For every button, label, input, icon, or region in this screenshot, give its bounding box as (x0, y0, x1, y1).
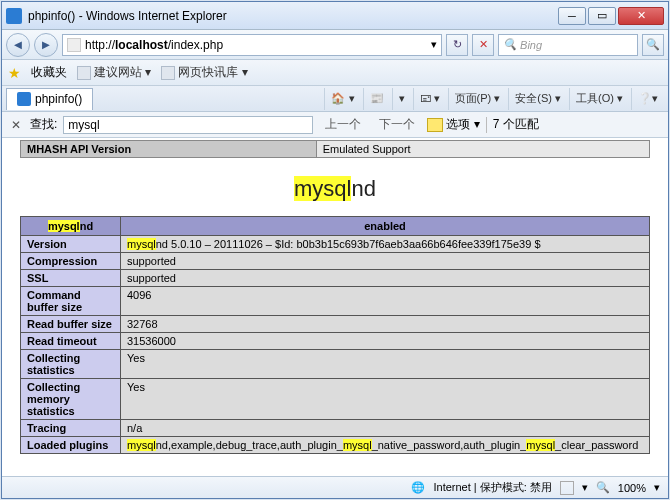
find-close-button[interactable]: ✕ (8, 117, 24, 133)
find-label: 查找: (30, 116, 57, 133)
search-go-button[interactable]: 🔍 (642, 34, 664, 56)
table-row-key: SSL (21, 270, 121, 287)
tab-bar: phpinfo() 🏠 ▾ 📰 ▾ 🖃 ▾ 页面(P) ▾ 安全(S) ▾ 工具… (2, 86, 668, 112)
search-placeholder: Bing (520, 39, 542, 51)
table-row-value: Yes (121, 350, 650, 379)
minimize-button[interactable]: ─ (558, 7, 586, 25)
status-bar: 🌐 Internet | 保护模式: 禁用 ▾ 🔍 100% ▾ (2, 476, 668, 498)
table-row-value: mysqlnd,example,debug_trace,auth_plugin_… (121, 437, 650, 454)
protected-mode-icon (560, 481, 574, 495)
mhash-val: Emulated Support (316, 141, 649, 158)
feeds-button[interactable]: 📰 (363, 88, 390, 110)
address-bar[interactable]: http://localhost/index.php ▾ (62, 34, 442, 56)
zoom-menu[interactable]: ▾ (654, 481, 660, 494)
table-row-key: Tracing (21, 420, 121, 437)
table-row-value: supported (121, 253, 650, 270)
mhash-key: MHASH API Version (21, 141, 317, 158)
table-row-value: 32768 (121, 316, 650, 333)
highlight-icon (427, 118, 443, 132)
find-match-count: 7 个匹配 (493, 116, 539, 133)
home-button[interactable]: 🏠 ▾ (324, 88, 360, 110)
slice-icon (161, 66, 175, 80)
find-bar: ✕ 查找: 上一个 下一个 选项 ▾ 7 个匹配 (2, 112, 668, 138)
help-button[interactable]: ❔▾ (631, 88, 664, 110)
page-menu[interactable]: 页面(P) ▾ (448, 88, 507, 110)
forward-button[interactable]: ► (34, 33, 58, 57)
fav-web-slice[interactable]: 网页快讯库 ▾ (161, 64, 247, 81)
maximize-button[interactable]: ▭ (588, 7, 616, 25)
tab-phpinfo[interactable]: phpinfo() (6, 88, 93, 110)
globe-icon: 🌐 (411, 481, 425, 494)
search-box[interactable]: 🔍 Bing (498, 34, 638, 56)
table-header-name: mysqlnd (21, 217, 121, 236)
ie-page-icon (17, 92, 31, 106)
titlebar: phpinfo() - Windows Internet Explorer ─ … (2, 2, 668, 30)
window-title: phpinfo() - Windows Internet Explorer (28, 9, 556, 23)
ie-icon (6, 8, 22, 24)
mysqlnd-table: mysqlnd enabled Versionmysqlnd 5.0.10 – … (20, 216, 650, 454)
table-row-value: supported (121, 270, 650, 287)
tools-menu[interactable]: 工具(O) ▾ (569, 88, 629, 110)
favorites-star-icon[interactable]: ★ (8, 65, 21, 81)
table-row-value: n/a (121, 420, 650, 437)
tab-label: phpinfo() (35, 92, 82, 106)
search-icon: 🔍 (503, 38, 517, 51)
url-text: http://localhost/index.php (85, 38, 427, 52)
section-heading-mysqlnd: mysqlnd (20, 176, 650, 202)
table-row-value: 4096 (121, 287, 650, 316)
table-header-enabled: enabled (121, 217, 650, 236)
table-row-key: Command buffer size (21, 287, 121, 316)
table-row-value: mysqlnd 5.0.10 – 20111026 – $Id: b0b3b15… (121, 236, 650, 253)
find-prev-button[interactable]: 上一个 (319, 114, 367, 135)
favorites-bar: ★ 收藏夹 建议网站 ▾ 网页快讯库 ▾ (2, 60, 668, 86)
table-row-key: Read buffer size (21, 316, 121, 333)
folder-icon (77, 66, 91, 80)
refresh-button[interactable]: ↻ (446, 34, 468, 56)
security-zone: Internet | 保护模式: 禁用 (433, 480, 551, 495)
find-input[interactable] (63, 116, 313, 134)
favorites-label[interactable]: 收藏夹 (31, 64, 67, 81)
page-content: MHASH API Version Emulated Support mysql… (2, 138, 668, 476)
stop-button[interactable]: ✕ (472, 34, 494, 56)
zoom-dropdown[interactable]: ▾ (582, 481, 588, 494)
mhash-table: MHASH API Version Emulated Support (20, 140, 650, 158)
dropdown-icon[interactable]: ▾ (431, 38, 437, 51)
table-row-key: Loaded plugins (21, 437, 121, 454)
command-bar: 🏠 ▾ 📰 ▾ 🖃 ▾ 页面(P) ▾ 安全(S) ▾ 工具(O) ▾ ❔▾ (324, 88, 664, 110)
table-row-key: Read timeout (21, 333, 121, 350)
table-row-value: 31536000 (121, 333, 650, 350)
table-row-key: Collecting memory statistics (21, 379, 121, 420)
print-button[interactable]: 🖃 ▾ (413, 88, 446, 110)
page-icon (67, 38, 81, 52)
find-next-button[interactable]: 下一个 (373, 114, 421, 135)
fav-suggested-sites[interactable]: 建议网站 ▾ (77, 64, 151, 81)
find-highlight-toggle[interactable]: 选项 ▾ (427, 116, 479, 133)
zoom-level: 100% (618, 482, 646, 494)
table-row-key: Collecting statistics (21, 350, 121, 379)
table-row-key: Version (21, 236, 121, 253)
back-button[interactable]: ◄ (6, 33, 30, 57)
zoom-icon[interactable]: 🔍 (596, 481, 610, 494)
table-row-key: Compression (21, 253, 121, 270)
close-button[interactable]: ✕ (618, 7, 664, 25)
read-mail-button[interactable]: ▾ (392, 88, 411, 110)
safety-menu[interactable]: 安全(S) ▾ (508, 88, 567, 110)
table-row-value: Yes (121, 379, 650, 420)
nav-bar: ◄ ► http://localhost/index.php ▾ ↻ ✕ 🔍 B… (2, 30, 668, 60)
